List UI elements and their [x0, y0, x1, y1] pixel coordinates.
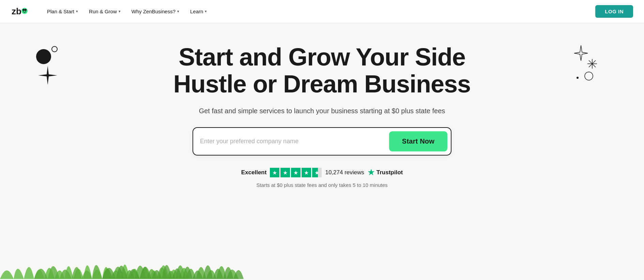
hero-title: Start and Grow Your Side Hustle or Dream… [173, 44, 471, 98]
chevron-down-icon: ▾ [119, 9, 121, 14]
company-name-form: Start Now [193, 127, 451, 156]
star-1: ★ [270, 168, 279, 177]
svg-point-10 [585, 72, 593, 80]
reviews-count: 10,274 reviews [325, 169, 364, 176]
svg-point-4 [36, 49, 51, 64]
start-now-button[interactable]: Start Now [389, 131, 447, 151]
company-name-input[interactable] [200, 135, 389, 148]
grass-decoration [0, 248, 644, 279]
svg-point-3 [25, 9, 27, 11]
nav-why-zenbusiness[interactable]: Why ZenBusiness? ▾ [127, 6, 184, 17]
hero-subtitle: Get fast and simple services to launch y… [199, 107, 445, 115]
star-2: ★ [280, 168, 290, 177]
logo[interactable]: zb [11, 5, 29, 18]
login-button[interactable]: LOG IN [595, 5, 633, 18]
nav-learn[interactable]: Learn ▾ [185, 6, 212, 17]
trustpilot-brand: ★ Trustpilot [368, 168, 403, 177]
nav-run-grow[interactable]: Run & Grow ▾ [84, 6, 125, 17]
chevron-down-icon: ▾ [177, 9, 179, 14]
trustpilot-excellent: Excellent [241, 169, 267, 176]
star-3: ★ [291, 168, 301, 177]
trustpilot-stars: ★ ★ ★ ★ ★ [270, 168, 322, 177]
trustpilot-icon: ★ [368, 168, 374, 177]
svg-text:zb: zb [12, 6, 21, 16]
svg-point-11 [577, 77, 579, 79]
nav-links: Plan & Start ▾ Run & Grow ▾ Why ZenBusin… [42, 6, 595, 17]
navbar: zb Plan & Start ▾ Run & Grow ▾ Why ZenBu… [0, 0, 644, 23]
trustpilot-row: Excellent ★ ★ ★ ★ ★ 10,274 reviews ★ Tru… [241, 168, 403, 177]
deco-right [562, 42, 603, 88]
svg-point-2 [22, 9, 25, 11]
chevron-down-icon: ▾ [76, 9, 78, 14]
star-4: ★ [302, 168, 311, 177]
deco-sparkle-left [36, 64, 60, 89]
chevron-down-icon: ▾ [205, 9, 207, 14]
svg-point-5 [52, 46, 57, 52]
hero-section: Start and Grow Your Side Hustle or Dream… [0, 23, 644, 279]
svg-point-1 [21, 8, 28, 14]
hero-footnote: Starts at $0 plus state fees and only ta… [256, 182, 387, 188]
star-half: ★ [312, 168, 322, 177]
nav-plan-start[interactable]: Plan & Start ▾ [42, 6, 83, 17]
